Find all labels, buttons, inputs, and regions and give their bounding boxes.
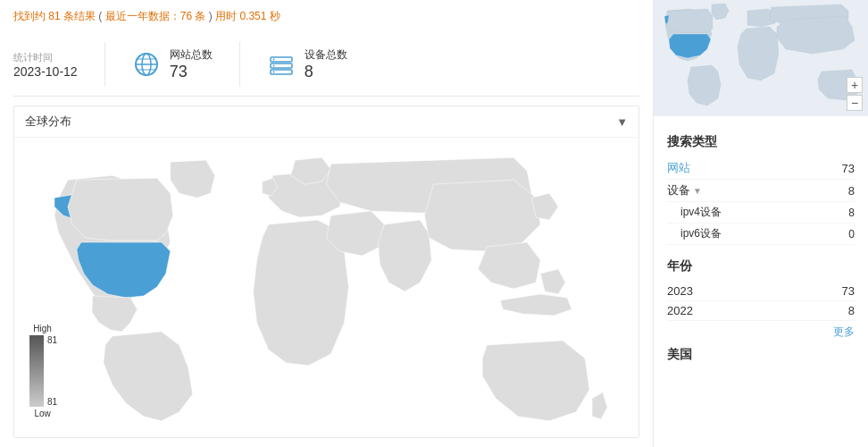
result-count: 找到约 81 条结果 <box>13 10 96 22</box>
row-value: 73 <box>842 162 855 175</box>
row-value: 0 <box>848 228 855 240</box>
dropdown-arrow-icon: ▼ <box>693 186 702 196</box>
stat-time: 统计时间 2023-10-12 <box>13 51 78 79</box>
table-row: 设备▼ 8 <box>667 180 855 202</box>
row-label[interactable]: ipv4设备 <box>680 205 722 220</box>
map-legend: High 81 81 Low <box>28 324 57 418</box>
row-value: 8 <box>848 207 855 219</box>
result-separator: ( <box>98 10 102 22</box>
year-value-2022: 8 <box>848 304 855 317</box>
year-label-2022[interactable]: 2022 <box>667 304 693 317</box>
device-value: 8 <box>305 63 347 81</box>
stat-time-value: 2023-10-12 <box>13 64 78 79</box>
year-label-2023[interactable]: 2023 <box>667 284 693 298</box>
year-section: 年份 2023 73 2022 8 更多 <box>667 258 855 340</box>
zoom-in-button[interactable]: + <box>847 77 863 93</box>
mini-map-controls: + − <box>847 77 863 111</box>
table-row-indent: ipv6设备 0 <box>667 224 855 245</box>
device-icon <box>267 50 296 79</box>
divider <box>104 42 105 87</box>
table-row: 2023 73 <box>667 282 855 301</box>
right-content: 搜索类型 网站 73 设备▼ 8 ipv4设备 8 ipv6 <box>654 116 868 447</box>
search-type-title: 搜索类型 <box>667 134 855 150</box>
svg-point-9 <box>272 65 274 67</box>
legend-color-bar <box>29 335 44 407</box>
svg-point-8 <box>272 59 274 61</box>
stat-device: 设备总数 8 <box>267 47 347 81</box>
recent-data: 最近一年数据：76 条 <box>105 10 206 22</box>
map-title: 全球分布 <box>25 114 71 130</box>
row-label[interactable]: 设备▼ <box>667 182 702 198</box>
right-panel: + − 搜索类型 网站 73 设备▼ 8 ip <box>654 0 868 447</box>
us-title: 美国 <box>667 347 855 363</box>
mini-map <box>654 0 868 116</box>
legend-val2: 81 <box>47 397 57 407</box>
row-label[interactable]: ipv6设备 <box>680 226 722 241</box>
website-label: 网站总数 <box>170 47 213 63</box>
stat-time-label: 统计时间 <box>13 51 78 64</box>
map-dropdown-arrow[interactable]: ▼ <box>616 115 628 129</box>
map-body: High 81 81 Low <box>14 138 638 436</box>
result-separator2: ) <box>209 10 215 22</box>
legend-low-label: Low <box>34 409 50 418</box>
row-value: 8 <box>848 184 855 198</box>
stat-website: 网站总数 73 <box>132 47 213 81</box>
globe-icon <box>132 50 161 79</box>
more-link[interactable]: 更多 <box>667 325 855 340</box>
zoom-out-button[interactable]: − <box>847 95 863 111</box>
search-type-section: 搜索类型 网站 73 设备▼ 8 ipv4设备 8 ipv6 <box>667 134 855 245</box>
mini-map-container: + − <box>654 0 868 116</box>
search-type-table: 网站 73 设备▼ 8 ipv4设备 8 ipv6设备 0 <box>667 157 855 245</box>
device-label: 设备总数 <box>305 47 347 63</box>
legend-val1: 81 <box>47 335 57 345</box>
us-section: 美国 <box>667 347 855 363</box>
table-row-indent: ipv4设备 8 <box>667 202 855 224</box>
svg-point-10 <box>272 72 274 73</box>
map-header: 全球分布 ▼ <box>14 106 638 138</box>
website-value: 73 <box>170 63 213 81</box>
year-title: 年份 <box>667 258 855 274</box>
world-map <box>14 138 638 436</box>
map-section: 全球分布 ▼ <box>13 105 639 438</box>
year-value-2023: 73 <box>842 284 855 298</box>
time-used: 用时 0.351 秒 <box>215 10 280 22</box>
legend-high-label: High <box>33 324 52 333</box>
stats-row: 统计时间 2023-10-12 网站总数 73 <box>13 33 639 97</box>
divider2 <box>239 42 240 87</box>
year-table: 2023 73 2022 8 <box>667 282 855 321</box>
table-row: 网站 73 <box>667 157 855 180</box>
row-label[interactable]: 网站 <box>667 160 690 176</box>
table-row: 2022 8 <box>667 301 855 321</box>
search-result-bar: 找到约 81 条结果 ( 最近一年数据：76 条 ) 用时 0.351 秒 <box>13 9 639 24</box>
